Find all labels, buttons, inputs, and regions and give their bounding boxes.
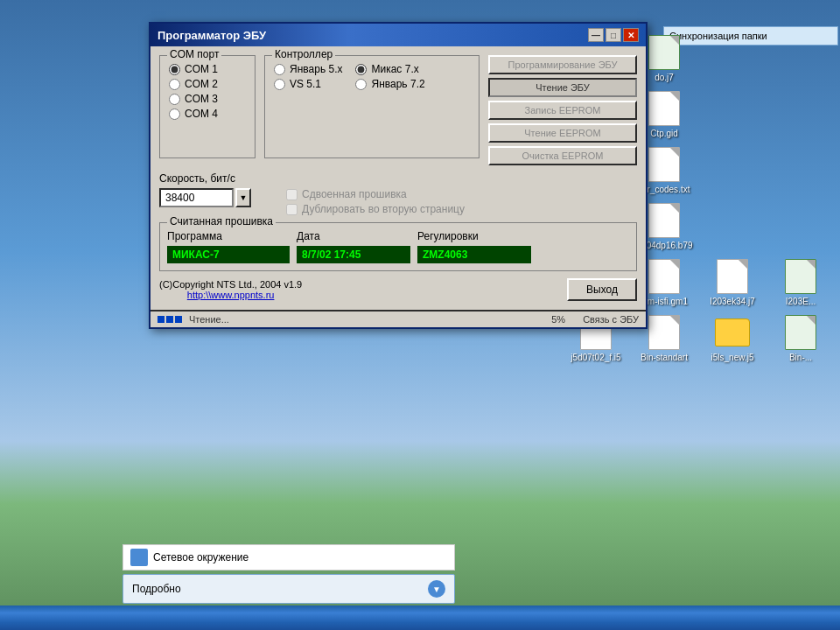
network-item[interactable]: Сетевое окружение [122, 544, 455, 570]
bottom-panel: Сетевое окружение Подробно ▼ [122, 544, 455, 604]
radio-label-mikas7: Микас 7.х [371, 63, 418, 75]
radio-input-com2[interactable] [169, 79, 180, 90]
status-percent: 5% [551, 314, 565, 325]
check-mirror-firmware[interactable]: Дублировать во вторую страницу [286, 203, 465, 215]
radio-label-vs51: VS 5.1 [290, 78, 321, 90]
write-eeprom-button[interactable]: Запись EEPROM [488, 101, 637, 120]
status-dots [158, 316, 182, 323]
file-icon [648, 315, 680, 350]
programmer-dialog: Программатор ЭБУ — □ ✕ COM порт COM 1 [149, 22, 648, 329]
program-ecu-button[interactable]: Программирование ЭБУ [488, 55, 637, 74]
com-port-group: COM порт COM 1 COM 2 COM 3 [159, 55, 256, 158]
taskbar [0, 606, 840, 630]
speed-group: Скорость, бит/с 38400 ▼ [159, 172, 273, 207]
radio-com4[interactable]: COM 4 [169, 108, 246, 120]
checkboxes: Сдвоенная прошивка Дублировать во вторую… [286, 188, 465, 215]
radio-input-jan72[interactable] [355, 79, 367, 90]
desktop-icon-binstandart[interactable]: i5ls_new.j5 [702, 315, 763, 362]
status-dot-1 [158, 316, 164, 323]
details-icon: ▼ [428, 580, 445, 598]
exit-button[interactable]: Выход [567, 278, 637, 301]
maximize-button[interactable]: □ [606, 28, 621, 42]
radio-com3[interactable]: COM 3 [169, 93, 246, 105]
file-icon [648, 35, 680, 70]
radio-input-mikas7[interactable] [355, 64, 367, 75]
icon-label: I203ek34.j7 [710, 297, 755, 306]
read-ecu-button[interactable]: Чтение ЭБУ [488, 78, 637, 97]
radio-jan5[interactable]: Январь 5.х [274, 63, 342, 75]
radio-label-com2: COM 2 [185, 78, 218, 90]
speed-dropdown-arrow[interactable]: ▼ [235, 188, 251, 207]
icon-label: Gm-isfi.gm1 [640, 297, 688, 306]
status-connection: Связь с ЭБУ [583, 314, 639, 325]
radio-label-com4: COM 4 [185, 108, 218, 120]
radio-label-jan72: Январь 7.2 [371, 78, 424, 90]
top-section: COM порт COM 1 COM 2 COM 3 [159, 55, 637, 165]
radio-com1[interactable]: COM 1 [169, 63, 246, 75]
details-panel[interactable]: Подробно ▼ [122, 574, 455, 604]
radio-label-jan5: Январь 5.х [290, 63, 342, 75]
radio-input-com4[interactable] [169, 108, 180, 120]
speed-label: Скорость, бит/с [159, 172, 273, 185]
website-link[interactable]: http:\\www.nppnts.ru [159, 290, 302, 300]
check-mirror-input[interactable] [286, 204, 298, 215]
folder-icon [715, 318, 750, 346]
fw-date-value: 8/7/02 17:45 [297, 246, 410, 263]
radio-vs51[interactable]: VS 5.1 [274, 78, 342, 90]
speed-select: 38400 ▼ [159, 188, 273, 207]
com-radio-group: COM 1 COM 2 COM 3 COM 4 [169, 63, 246, 120]
read-eeprom-button[interactable]: Чтение EEPROM [488, 123, 637, 143]
dialog-footer: (C)Copyright NTS Ltd., 2004 v1.9 http:\\… [159, 278, 637, 301]
icon-label: j5d07t02_f.i5 [570, 353, 620, 362]
speed-section: Скорость, бит/с 38400 ▼ Сдвоенная прошив… [159, 172, 637, 215]
desktop-icon-gmisfi[interactable]: I203ek34.j7 [702, 259, 763, 306]
controller-group: Контроллер Январь 5.х VS 5.1 [264, 55, 480, 158]
dialog-title: Программатор ЭБУ [158, 29, 266, 42]
firmware-values: МИКАС-7 8/7/02 17:45 ZMZ4063 [167, 246, 629, 263]
clear-eeprom-button[interactable]: Очистка EEPROM [488, 146, 637, 165]
radio-com2[interactable]: COM 2 [169, 78, 246, 90]
radio-label-com1: COM 1 [185, 63, 218, 75]
title-buttons: — □ ✕ [588, 28, 639, 42]
radio-input-jan5[interactable] [274, 64, 285, 75]
icon-label: I203E... [786, 297, 816, 306]
file-icon [648, 203, 680, 238]
network-icon [130, 549, 148, 566]
file-icon [648, 259, 680, 294]
controller-inner: Январь 5.х VS 5.1 Микас 7.х [274, 63, 470, 90]
network-label: Сетевое окружение [153, 551, 248, 564]
radio-input-com1[interactable] [169, 64, 180, 75]
icon-label: Ctp.gid [650, 129, 678, 138]
radio-input-com3[interactable] [169, 94, 180, 105]
status-reading: Чтение... [189, 314, 551, 325]
icon-label: do.j7 [654, 73, 674, 82]
status-dot-3 [175, 316, 182, 323]
dialog-content: COM порт COM 1 COM 2 COM 3 [150, 46, 646, 310]
file-icon [785, 315, 816, 350]
controller-col-left: Январь 5.х VS 5.1 [274, 63, 342, 90]
file-icon [648, 147, 680, 182]
check-dual-label: Сдвоенная прошивка [302, 188, 407, 200]
action-buttons: Программирование ЭБУ Чтение ЭБУ Запись E… [488, 55, 637, 165]
firmware-section: Считанная прошивка Программа Дата Регули… [159, 222, 637, 271]
check-dual-firmware[interactable]: Сдвоенная прошивка [286, 188, 465, 200]
desktop-icon-i203ek[interactable]: I203E... [770, 259, 831, 306]
fw-program-value: МИКАС-7 [167, 246, 290, 263]
controller-col-right: Микас 7.х Январь 7.2 [355, 63, 424, 90]
file-icon [785, 259, 816, 294]
check-dual-input[interactable] [286, 189, 298, 200]
fw-reg-value: ZMZ4063 [417, 246, 531, 263]
speed-value[interactable]: 38400 [159, 188, 234, 207]
radio-input-vs51[interactable] [274, 79, 285, 90]
com-group-label: COM порт [167, 48, 221, 60]
close-button[interactable]: ✕ [623, 28, 639, 42]
radio-mikas7[interactable]: Микас 7.х [355, 63, 424, 75]
col-header-date: Дата [297, 230, 410, 242]
radio-jan72[interactable]: Январь 7.2 [355, 78, 424, 90]
col-header-reg: Регулировки [417, 230, 531, 242]
dialog-titlebar: Программатор ЭБУ — □ ✕ [150, 24, 646, 46]
minimize-button[interactable]: — [588, 28, 604, 42]
desktop-icon-i5lsnew[interactable]: Bin-... [770, 315, 831, 362]
icon-label: i5ls_new.j5 [711, 353, 754, 362]
file-icon [717, 259, 748, 294]
